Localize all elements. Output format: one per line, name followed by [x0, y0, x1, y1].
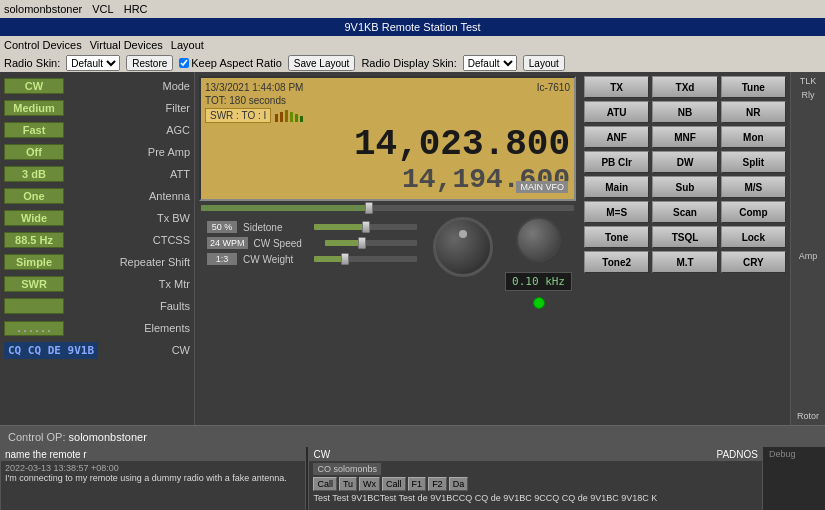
radio-skin-select[interactable]: Default — [66, 55, 120, 71]
sub-knob-area: 0.10 kHz — [501, 217, 576, 309]
att-label: ATT — [170, 168, 190, 180]
bottom-area: name the remote r 2022-03-13 13:38:57 +0… — [0, 447, 825, 510]
keep-aspect-label[interactable]: Keep Aspect Ratio — [179, 57, 282, 69]
cwspeed-percent: 24 WPM — [207, 237, 248, 249]
atu-button[interactable]: ATU — [584, 101, 649, 123]
lock-button[interactable]: Lock — [721, 226, 786, 248]
sub-button[interactable]: Sub — [652, 176, 717, 198]
cw-btn-da[interactable]: Da — [449, 477, 469, 491]
cw-btn-tu[interactable]: Tu — [339, 477, 357, 491]
right-button-panel: TX TXd Tune ATU NB NR ANF MNF Mon PB Clr… — [580, 72, 790, 425]
ctcss-value[interactable]: 88.5 Hz — [4, 232, 64, 248]
main-knob-area — [425, 217, 501, 277]
scan-button[interactable]: Scan — [652, 201, 717, 223]
rotor-label: Rotor — [797, 411, 819, 421]
comp-button[interactable]: Comp — [721, 201, 786, 223]
cw-btn-call2[interactable]: Call — [382, 477, 406, 491]
main-button[interactable]: Main — [584, 176, 649, 198]
elements-value[interactable]: ...... — [4, 321, 64, 336]
agc-value[interactable]: Fast — [4, 122, 64, 138]
main-tuning-knob[interactable] — [433, 217, 493, 277]
debug-panel: Debug — [765, 447, 825, 510]
txmtr-value[interactable]: SWR — [4, 276, 64, 292]
save-layout-button[interactable]: Save Layout — [288, 55, 356, 71]
ctcss-label: CTCSS — [153, 234, 190, 246]
agc-row: Fast AGC — [4, 120, 190, 140]
cw-btn-wx[interactable]: Wx — [359, 477, 380, 491]
sub-frequency[interactable]: 14,194.600 — [205, 165, 570, 196]
nr-button[interactable]: NR — [721, 101, 786, 123]
repeater-shift-value[interactable]: Simple — [4, 254, 64, 270]
anf-button[interactable]: ANF — [584, 126, 649, 148]
preamp-value[interactable]: Off — [4, 144, 64, 160]
screen-datetime: 13/3/2021 1:44:08 PM — [205, 82, 303, 93]
filter-row: Medium Filter — [4, 98, 190, 118]
cw-btn-f2[interactable]: F2 — [428, 477, 447, 491]
sidetone-slider[interactable] — [314, 224, 417, 230]
ms-button[interactable]: M/S — [721, 176, 786, 198]
antenna-row: One Antenna — [4, 186, 190, 206]
menu-hrc[interactable]: HRC — [124, 3, 148, 15]
chat-header-label: name the remote r — [5, 449, 87, 460]
txmtr-row: SWR Tx Mtr — [4, 274, 190, 294]
tune-button[interactable]: Tune — [721, 76, 786, 98]
cw-message-value[interactable]: CQ CQ DE 9V1B — [4, 342, 98, 359]
vfo-label: MAIN VFO — [516, 181, 568, 193]
preamp-label: Pre Amp — [148, 146, 190, 158]
tlk-label: TLK — [800, 76, 817, 86]
left-sidebar: CW Mode Medium Filter Fast AGC Off Pre A… — [0, 72, 195, 425]
controls-area: 50 % Sidetone 24 WPM CW Speed — [195, 213, 580, 425]
cw-tab[interactable]: CO solomonbs — [313, 463, 381, 475]
mon-button[interactable]: Mon — [721, 126, 786, 148]
keep-aspect-checkbox[interactable] — [179, 58, 189, 68]
radio-display-skin-select[interactable]: Default — [463, 55, 517, 71]
dw-button[interactable]: DW — [652, 151, 717, 173]
chat-timestamp: 2022-03-13 13:38:57 +08:00 — [5, 463, 301, 473]
cwweight-percent: 1:3 — [207, 253, 237, 265]
mnf-button[interactable]: MNF — [652, 126, 717, 148]
nb-button[interactable]: NB — [652, 101, 717, 123]
txd-button[interactable]: TXd — [652, 76, 717, 98]
sidetone-percent: 50 % — [207, 221, 237, 233]
layout2-button[interactable]: Layout — [523, 55, 565, 71]
cw-header-label: CW — [313, 449, 330, 460]
txbw-row: Wide Tx BW — [4, 208, 190, 228]
menu-virtual-devices[interactable]: Virtual Devices — [90, 39, 163, 51]
main-frequency[interactable]: 14,023.800 — [205, 125, 570, 165]
cwspeed-slider[interactable] — [325, 240, 418, 246]
split-button[interactable]: Split — [721, 151, 786, 173]
txmtr-label: Tx Mtr — [159, 278, 190, 290]
tsql-button[interactable]: TSQL — [652, 226, 717, 248]
att-value[interactable]: 3 dB — [4, 166, 64, 182]
cw-btn-call[interactable]: Call — [313, 477, 337, 491]
cwspeed-label: CW Speed — [254, 238, 319, 249]
mt-button[interactable]: M.T — [652, 251, 717, 273]
cwweight-label: CW Weight — [243, 254, 308, 265]
restore-button[interactable]: Restore — [126, 55, 173, 71]
pbclr-button[interactable]: PB Clr — [584, 151, 649, 173]
menu-control-devices[interactable]: Control Devices — [4, 39, 82, 51]
mode-label: Mode — [162, 80, 190, 92]
tx-button[interactable]: TX — [584, 76, 649, 98]
faults-row: Faults — [4, 296, 190, 316]
mode-row: CW Mode — [4, 76, 190, 96]
tone-button[interactable]: Tone — [584, 226, 649, 248]
timer-display: TOT: 180 seconds — [205, 95, 570, 106]
txbw-value[interactable]: Wide — [4, 210, 64, 226]
antenna-value[interactable]: One — [4, 188, 64, 204]
menu-vcl[interactable]: VCL — [92, 3, 113, 15]
cw-btn-f1[interactable]: F1 — [408, 477, 427, 491]
ctcss-row: 88.5 Hz CTCSS — [4, 230, 190, 250]
menu-layout[interactable]: Layout — [171, 39, 204, 51]
sub-knob[interactable] — [516, 217, 561, 262]
cry-button[interactable]: CRY — [721, 251, 786, 273]
mode-value[interactable]: CW — [4, 78, 64, 94]
filter-value[interactable]: Medium — [4, 100, 64, 116]
app-menu-bar: solomonbstoner VCL HRC — [0, 0, 825, 18]
meqs-button[interactable]: M=S — [584, 201, 649, 223]
main-area: CW Mode Medium Filter Fast AGC Off Pre A… — [0, 72, 825, 425]
radio-skin-label: Radio Skin: — [4, 57, 60, 69]
cwweight-slider[interactable] — [314, 256, 417, 262]
faults-value[interactable] — [4, 298, 64, 314]
tone2-button[interactable]: Tone2 — [584, 251, 649, 273]
